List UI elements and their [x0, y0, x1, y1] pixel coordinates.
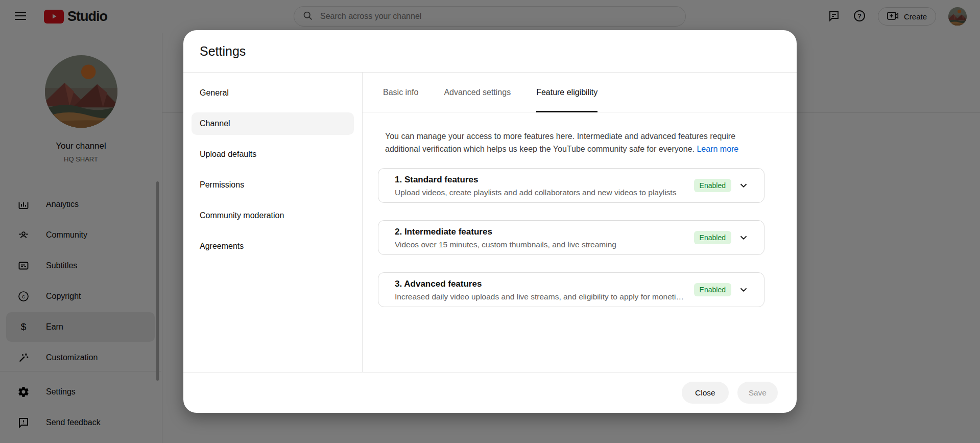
feature-description: Upload videos, create playlists and add …	[395, 188, 687, 197]
feature-card-controls: Enabled	[694, 169, 749, 202]
chevron-down-icon[interactable]	[738, 284, 749, 295]
feature-title: 2. Intermediate features	[395, 227, 492, 237]
channel-settings-content: Basic info Advanced settings Feature eli…	[363, 73, 797, 372]
settings-nav-general[interactable]: General	[192, 82, 354, 104]
status-badge: Enabled	[694, 231, 731, 244]
status-badge: Enabled	[694, 283, 731, 296]
settings-nav-permissions[interactable]: Permissions	[192, 174, 354, 196]
feature-card-controls: Enabled	[694, 273, 749, 307]
learn-more-link[interactable]: Learn more	[697, 145, 738, 153]
chevron-down-icon[interactable]	[738, 232, 749, 243]
close-button[interactable]: Close	[682, 382, 729, 404]
settings-nav-agreements[interactable]: Agreements	[192, 235, 354, 258]
feature-card-controls: Enabled	[694, 221, 749, 254]
intro-text: You can manage your access to more featu…	[385, 132, 735, 153]
feature-description: Increased daily video uploads and live s…	[395, 292, 687, 301]
settings-dialog: Settings General Channel Upload defaults…	[183, 30, 797, 413]
feature-eligibility-intro: You can manage your access to more featu…	[385, 130, 749, 155]
feature-title: 3. Advanced features	[395, 279, 482, 289]
settings-dialog-body: General Channel Upload defaults Permissi…	[183, 73, 797, 372]
dialog-title: Settings	[200, 44, 246, 59]
feature-description: Videos over 15 minutes, custom thumbnail…	[395, 240, 687, 249]
settings-nav-upload-defaults[interactable]: Upload defaults	[192, 143, 354, 166]
youtube-studio-app: Studio ? Create	[0, 0, 980, 443]
save-button[interactable]: Save	[737, 382, 778, 404]
status-badge: Enabled	[694, 179, 731, 192]
settings-nav-community-moderation[interactable]: Community moderation	[192, 204, 354, 227]
advanced-features-card[interactable]: 3. Advanced features Increased daily vid…	[378, 272, 764, 307]
settings-dialog-header: Settings	[183, 30, 797, 73]
tab-feature-eligibility[interactable]: Feature eligibility	[536, 73, 597, 112]
tab-advanced-settings[interactable]: Advanced settings	[444, 73, 511, 112]
settings-dialog-footer: Close Save	[183, 372, 797, 413]
chevron-down-icon[interactable]	[738, 180, 749, 191]
feature-title: 1. Standard features	[395, 175, 478, 185]
standard-features-card[interactable]: 1. Standard features Upload videos, crea…	[378, 168, 764, 203]
tab-basic-info[interactable]: Basic info	[383, 73, 418, 112]
feature-eligibility-panel: You can manage your access to more featu…	[363, 112, 797, 372]
intermediate-features-card[interactable]: 2. Intermediate features Videos over 15 …	[378, 220, 764, 255]
channel-settings-tabs: Basic info Advanced settings Feature eli…	[363, 73, 797, 112]
settings-nav: General Channel Upload defaults Permissi…	[183, 73, 363, 372]
settings-nav-channel[interactable]: Channel	[192, 112, 354, 135]
